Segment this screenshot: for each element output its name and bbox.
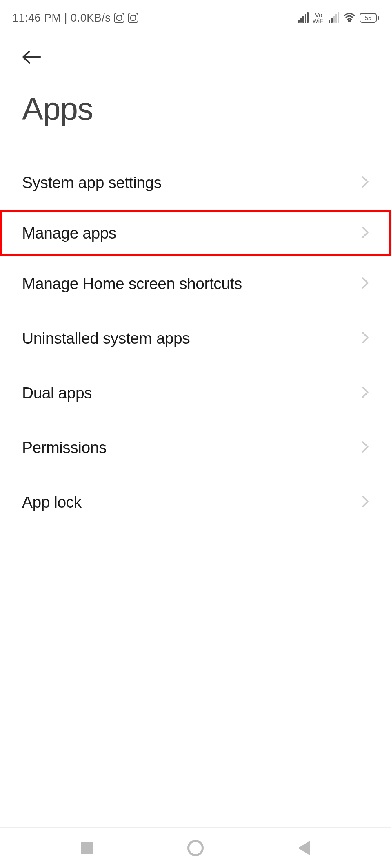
- menu-item-label: Uninstalled system apps: [22, 329, 190, 347]
- signal-icon: [298, 13, 309, 23]
- wifi-icon: [343, 12, 355, 24]
- menu-item-label: Permissions: [22, 439, 107, 457]
- chevron-right-icon: [362, 331, 369, 345]
- home-button[interactable]: [171, 836, 220, 860]
- page-title: Apps: [22, 91, 369, 128]
- menu-item-label: Dual apps: [22, 384, 92, 402]
- circle-icon: [187, 840, 204, 856]
- menu-item-dual-apps[interactable]: Dual apps: [0, 366, 391, 420]
- recents-button[interactable]: [62, 836, 111, 860]
- svg-point-0: [349, 20, 350, 22]
- menu-item-label: App lock: [22, 493, 82, 511]
- page-header: Apps: [0, 29, 391, 140]
- chevron-right-icon: [362, 226, 369, 240]
- menu-list: System app settings Manage apps Manage H…: [0, 140, 391, 530]
- vowifi-icon: Vo WiFi: [313, 12, 325, 24]
- battery-level: 55: [360, 13, 377, 23]
- status-right: Vo WiFi 55: [298, 12, 379, 24]
- instagram-icon: [114, 13, 124, 23]
- instagram-icon: [128, 13, 138, 23]
- status-left: 11:46 PM | 0.0KB/s: [12, 12, 138, 24]
- back-button[interactable]: [22, 45, 47, 69]
- menu-item-label: Manage Home screen shortcuts: [22, 275, 242, 293]
- menu-item-permissions[interactable]: Permissions: [0, 420, 391, 475]
- menu-item-manage-apps[interactable]: Manage apps: [0, 210, 391, 256]
- chevron-right-icon: [362, 495, 369, 509]
- menu-item-system-app-settings[interactable]: System app settings: [0, 155, 391, 210]
- triangle-left-icon: [298, 841, 310, 855]
- nav-bar: [0, 827, 391, 868]
- chevron-right-icon: [362, 176, 369, 190]
- status-bar: 11:46 PM | 0.0KB/s Vo WiFi 55: [0, 0, 391, 29]
- back-nav-button[interactable]: [280, 836, 329, 860]
- battery-icon: 55: [360, 13, 379, 23]
- menu-item-label: Manage apps: [22, 224, 116, 242]
- chevron-right-icon: [362, 441, 369, 455]
- menu-item-manage-home-screen-shortcuts[interactable]: Manage Home screen shortcuts: [0, 256, 391, 311]
- signal-icon: [329, 13, 340, 23]
- chevron-right-icon: [362, 386, 369, 400]
- menu-item-label: System app settings: [22, 174, 162, 192]
- arrow-left-icon: [22, 50, 42, 64]
- menu-item-app-lock[interactable]: App lock: [0, 475, 391, 530]
- menu-item-uninstalled-system-apps[interactable]: Uninstalled system apps: [0, 311, 391, 366]
- square-icon: [81, 842, 93, 854]
- status-time: 11:46 PM | 0.0KB/s: [12, 12, 111, 24]
- chevron-right-icon: [362, 277, 369, 291]
